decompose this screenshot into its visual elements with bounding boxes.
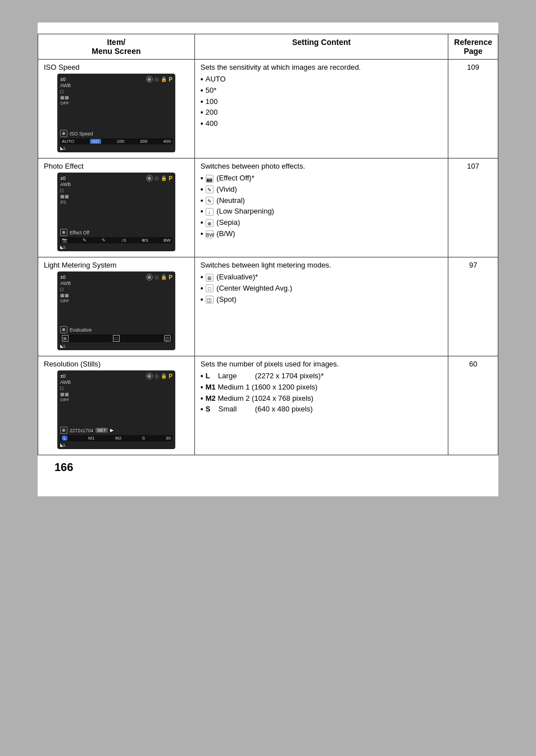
camera-screen-resolution: ±0 ⊕ ◎ 🔒 P AWB □ ▦▦	[57, 370, 175, 449]
setting-light-metering: Switches between light metering modes. •…	[194, 257, 448, 356]
header-ref: ReferencePage	[448, 34, 498, 60]
main-page: Item/Menu Screen Setting Content Referen…	[38, 22, 498, 496]
setting-desc-resolution: Sets the number of pixels used for image…	[201, 360, 442, 368]
bullet-iso-400: •400	[201, 119, 442, 129]
item-title-resolution: Resolution (Stills)	[44, 360, 189, 368]
item-title-iso: ISO Speed	[44, 63, 189, 71]
item-photo-effect: Photo Effect ±0 ⊕ ◎ 🔒 P AWB	[38, 159, 195, 257]
bullet-evaluative: • ⊞ (Evaluative)*	[201, 273, 442, 282]
setting-desc-light: Switches between light metering modes.	[201, 261, 442, 269]
item-title-light: Light Metering System	[44, 261, 189, 269]
setting-desc-iso: Sets the sensitivity at which images are…	[201, 63, 442, 71]
row-photo-effect: Photo Effect ±0 ⊕ ◎ 🔒 P AWB	[38, 159, 498, 257]
ref-iso-speed: 109	[448, 60, 498, 159]
camera-screen-light: ±0 ⊕ ◎ 🔒 P AWB □ ▦▦	[57, 271, 175, 350]
page-number: 166	[38, 455, 498, 474]
bullet-neutral: • ✎ (Neutral)	[201, 196, 442, 206]
bullet-low-sharp: • ↓ (Low Sharpening)	[201, 207, 442, 216]
camera-screen-photo: ±0 ⊕ ◎ 🔒 P AWB □ ▦▦	[57, 173, 175, 251]
bullet-bw: • BW (B/W)	[201, 229, 442, 239]
row-iso-speed: ISO Speed ±0 ⊕ ◎ 🔒 P AWB	[38, 60, 498, 159]
ref-resolution: 60	[448, 356, 498, 455]
item-light-metering: Light Metering System ±0 ⊕ ◎ 🔒 P	[38, 257, 195, 356]
setting-photo-effect: Switches between photo effects. • 📷 (Eff…	[194, 159, 448, 257]
ref-photo-effect: 107	[448, 159, 498, 257]
row-light-metering: Light Metering System ±0 ⊕ ◎ 🔒 P	[38, 257, 498, 356]
bullet-iso-100: •100	[201, 97, 442, 107]
setting-iso-speed: Sets the sensitivity at which images are…	[194, 60, 448, 159]
bullet-iso-auto: •AUTO	[201, 75, 442, 84]
bullet-small: • S Small (640 x 480 pixels)	[201, 405, 442, 414]
header-setting: Setting Content	[194, 34, 448, 60]
row-resolution: Resolution (Stills) ±0 ⊕ ◎ 🔒 P	[38, 356, 498, 455]
bullet-center-weighted: • □ (Center Weighted Avg.)	[201, 284, 442, 293]
bullet-iso-200: •200	[201, 108, 442, 117]
bullet-vivid: • ✎ (Vivid)	[201, 185, 442, 194]
bullet-effect-off: • 📷 (Effect Off)*	[201, 174, 442, 183]
ref-light-metering: 97	[448, 257, 498, 356]
bullet-sepia: • ⊗ (Sepia)	[201, 218, 442, 228]
bullet-m1: • M1 Medium 1 (1600 x 1200 pixels)	[201, 383, 442, 392]
item-iso-speed: ISO Speed ±0 ⊕ ◎ 🔒 P AWB	[38, 60, 195, 159]
setting-desc-photo: Switches between photo effects.	[201, 162, 442, 170]
header-item: Item/Menu Screen	[38, 34, 195, 60]
setting-resolution: Sets the number of pixels used for image…	[194, 356, 448, 455]
camera-screen-iso: ±0 ⊕ ◎ 🔒 P AWB □ ▦▦	[57, 74, 175, 152]
item-title-photo: Photo Effect	[44, 162, 189, 170]
bullet-iso-50: •50*	[201, 86, 442, 96]
bullet-spot: • ◫ (Spot)	[201, 295, 442, 305]
settings-table: Item/Menu Screen Setting Content Referen…	[38, 34, 498, 455]
item-resolution: Resolution (Stills) ±0 ⊕ ◎ 🔒 P	[38, 356, 195, 455]
bullet-m2: • M2 Medium 2 (1024 x 768 pixels)	[201, 394, 442, 404]
bullet-large: • L Large (2272 x 1704 pixels)*	[201, 372, 442, 381]
